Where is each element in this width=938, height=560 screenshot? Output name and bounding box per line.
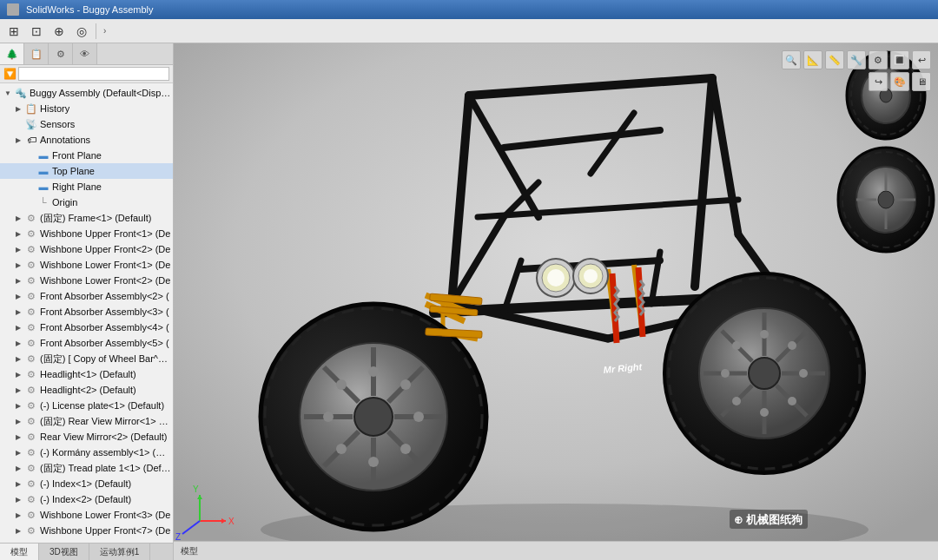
rvm2-icon: ⚙ [24, 430, 38, 444]
hl2-icon: ⚙ [24, 383, 38, 397]
svg-point-66 [400, 379, 411, 390]
wu2-expand: ▶ [12, 243, 24, 255]
tree-item-kormany[interactable]: ▶ ⚙ (-) Kormány assembly<1> (Defi [0, 445, 173, 460]
feature-tree[interactable]: ▼ 🔩 Buggy Assembly (Default<Display ▶ 📋 … [0, 83, 173, 543]
wu1-expand: ▶ [12, 227, 24, 240]
abs3-icon: ⚙ [24, 305, 38, 319]
viewport-icon-display[interactable]: 🖥 [912, 72, 931, 91]
tp-expand: ▶ [12, 462, 24, 474]
idx1-icon: ⚙ [24, 477, 38, 491]
svg-point-60 [368, 366, 379, 377]
toolbar-btn-grid[interactable]: ⊞ [3, 22, 24, 41]
svg-point-65 [400, 444, 411, 454]
tree-item-absorber3[interactable]: ▶ ⚙ Front Absorber Assembly<3> ( [0, 304, 173, 320]
main-toolbar: ⊞ ⊡ ⊕ ◎ › [0, 19, 938, 43]
tree-item-headlight2[interactable]: ▶ ⚙ Headlight<2> (Default) [0, 382, 173, 398]
history-expand: ▶ [12, 102, 24, 115]
wu7-icon: ⚙ [24, 524, 38, 537]
left-panel: 🌲 📋 ⚙ 👁 🔽 ▼ 🔩 Buggy Assembly (Default<Di… [0, 43, 174, 560]
tree-item-origin[interactable]: └ Origin [0, 194, 173, 210]
title-bar: SolidWorks - Buggy Assembly [0, 0, 938, 19]
tree-item-absorber5[interactable]: ▶ ⚙ Front Absorber Assembly<5> ( [0, 335, 173, 351]
kor-icon: ⚙ [24, 445, 38, 459]
tree-item-frame1[interactable]: ▶ ⚙ (固定) Frame<1> (Default) [0, 210, 173, 226]
rvm2-label: Rear View Mirror<2> (Default) [40, 432, 168, 442]
wu7-expand: ▶ [12, 524, 24, 537]
tree-item-wishbone-lower1[interactable]: ▶ ⚙ Wishbone Lower Front<1> (De [0, 257, 173, 273]
abs5-icon: ⚙ [24, 336, 38, 350]
tree-item-wishbone-lower3[interactable]: ▶ ⚙ Wishbone Lower Front<3> (De [0, 507, 173, 523]
tree-item-wishbone-upper1[interactable]: ▶ ⚙ Wishbone Upper Front<1> (De [0, 226, 173, 241]
wl3-icon: ⚙ [24, 508, 38, 522]
panel-tab-config[interactable]: ⚙ [49, 43, 73, 64]
viewport[interactable]: 🔍 📐 📏 🔧 ⚙ 🔳 ↩ ↪ 🎨 🖥 [174, 43, 938, 560]
idx2-expand: ▶ [12, 493, 24, 505]
panel-tab-display[interactable]: 👁 [73, 43, 97, 64]
viewport-icon-color[interactable]: 🎨 [890, 72, 909, 91]
svg-text:X: X [228, 517, 234, 526]
bottom-tab-3dview[interactable]: 3D视图 [39, 544, 89, 560]
tree-item-absorber2[interactable]: ▶ ⚙ Front Absorber Assembly<2> ( [0, 288, 173, 304]
viewport-icon-settings[interactable]: ⚙ [869, 50, 888, 69]
svg-point-42 [721, 369, 730, 378]
right-plane-label: Right Plane [52, 181, 102, 192]
annotations-expand: ▶ [12, 134, 24, 146]
viewport-icon-box[interactable]: 🔳 [890, 50, 909, 69]
tree-item-sensors[interactable]: 📡 Sensors [0, 116, 173, 132]
bottom-tab-model[interactable]: 模型 [0, 544, 39, 560]
tree-item-history[interactable]: ▶ 📋 History [0, 101, 173, 116]
tree-item-license[interactable]: ▶ ⚙ (-) License plate<1> (Default) [0, 398, 173, 413]
main-area: 🌲 📋 ⚙ 👁 🔽 ▼ 🔩 Buggy Assembly (Default<Di… [0, 43, 938, 560]
wb-expand: ▶ [12, 352, 24, 365]
filter-input[interactable] [18, 67, 169, 81]
viewport-icon-wrench[interactable]: 🔧 [847, 50, 866, 69]
viewport-icon-measure[interactable]: 📐 [803, 50, 822, 69]
viewport-icon-zoom[interactable]: 🔍 [782, 50, 801, 69]
tree-item-wishbone-upper2[interactable]: ▶ ⚙ Wishbone Upper Front<2> (De [0, 241, 173, 257]
rvm1-expand: ▶ [12, 415, 24, 427]
top-plane-expand [24, 165, 36, 177]
rvm2-expand: ▶ [12, 431, 24, 443]
viewport-icon-redo[interactable]: ↪ [869, 72, 888, 91]
idx2-icon: ⚙ [24, 492, 38, 506]
toolbar-sep-1 [96, 23, 96, 39]
tree-item-top-plane[interactable]: ▬ Top Plane [0, 163, 173, 179]
tree-item-annotations[interactable]: ▶ 🏷 Annotations [0, 132, 173, 148]
toolbar-expand-arrow[interactable]: › [100, 24, 109, 37]
tree-item-index1[interactable]: ▶ ⚙ (-) Index<1> (Default) [0, 476, 173, 491]
toolbar-btn-box[interactable]: ⊡ [26, 22, 47, 41]
wl2-expand: ▶ [12, 274, 24, 287]
wb-icon: ⚙ [24, 352, 38, 366]
root-expand: ▼ [2, 87, 14, 99]
tree-item-rvm1[interactable]: ▶ ⚙ (固定) Rear View Mirror<1> (De [0, 413, 173, 429]
tree-item-wheelbar[interactable]: ▶ ⚙ (固定) [ Copy of Wheel Bar^Bug [0, 351, 173, 366]
viewport-icon-undo[interactable]: ↩ [912, 50, 931, 69]
tree-item-absorber4[interactable]: ▶ ⚙ Front Absorber Assembly<4> ( [0, 320, 173, 335]
svg-point-67 [336, 444, 347, 454]
tree-item-tread[interactable]: ▶ ⚙ (固定) Tread plate 1<1> (Defau [0, 460, 173, 476]
toolbar-btn-add[interactable]: ⊕ [49, 22, 69, 41]
tree-root-item[interactable]: ▼ 🔩 Buggy Assembly (Default<Display [0, 85, 173, 101]
front-plane-label: Front Plane [52, 150, 102, 161]
tree-item-rvm2[interactable]: ▶ ⚙ Rear View Mirror<2> (Default) [0, 429, 173, 445]
svg-point-31 [749, 358, 780, 389]
svg-point-62 [323, 412, 334, 422]
tree-item-wishbone-lower2[interactable]: ▶ ⚙ Wishbone Lower Front<2> (De [0, 273, 173, 288]
svg-text:⊕ 机械图纸狗: ⊕ 机械图纸狗 [734, 513, 803, 526]
panel-tab-tree[interactable]: 🌲 [0, 43, 24, 64]
hl2-label: Headlight<2> (Default) [40, 385, 136, 395]
toolbar-btn-circle[interactable]: ◎ [71, 22, 92, 41]
tree-item-index2[interactable]: ▶ ⚙ (-) Index<2> (Default) [0, 491, 173, 507]
tree-item-wishbone-upper7[interactable]: ▶ ⚙ Wishbone Upper Front<7> (De [0, 523, 173, 538]
bottom-tab-motion[interactable]: 运动算例1 [89, 544, 151, 560]
panel-tab-props[interactable]: 📋 [24, 43, 49, 64]
kor-label: (-) Kormány assembly<1> (Defi [40, 447, 171, 458]
tree-item-front-plane[interactable]: ▬ Front Plane [0, 148, 173, 163]
tree-item-right-plane[interactable]: ▬ Right Plane [0, 179, 173, 194]
root-label: Buggy Assembly (Default<Display [30, 88, 171, 98]
abs4-icon: ⚙ [24, 320, 38, 334]
wl1-expand: ▶ [12, 259, 24, 271]
viewport-icon-ruler[interactable]: 📏 [825, 50, 844, 69]
history-icon: 📋 [24, 102, 38, 115]
tree-item-headlight1[interactable]: ▶ ⚙ Headlight<1> (Default) [0, 366, 173, 382]
